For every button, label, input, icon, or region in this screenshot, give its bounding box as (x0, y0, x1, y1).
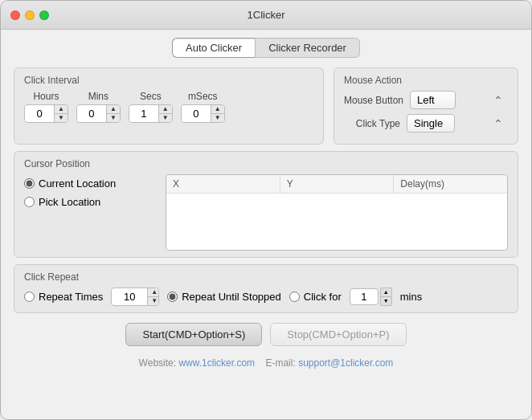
repeat-times-stepper: ▲ ▼ (111, 287, 159, 306)
mins-up-button[interactable]: ▲ (107, 105, 120, 114)
website-label: Website: (139, 357, 176, 369)
repeat-until-stopped-label: Repeat Until Stopped (182, 291, 281, 303)
close-button[interactable] (10, 10, 20, 20)
mouse-action-title: Mouse Action (344, 75, 508, 86)
click-for-stepper-buttons: ▲ ▼ (380, 287, 392, 306)
click-type-label: Click Type (344, 118, 400, 129)
interval-row: Hours ▲ ▼ Mins (24, 91, 313, 123)
col-delay: Delay(ms) (394, 175, 507, 193)
repeat-times-stepper-buttons: ▲ ▼ (147, 288, 159, 305)
secs-label: Secs (140, 91, 162, 102)
tab-clicker-recorder[interactable]: Clicker Recorder (255, 38, 360, 58)
click-for-label: Click for (304, 291, 342, 303)
msecs-down-button[interactable]: ▼ (211, 114, 224, 122)
email-label: E-mail: (265, 357, 295, 369)
secs-stepper-buttons: ▲ ▼ (158, 105, 172, 122)
mins-stepper-buttons: ▲ ▼ (106, 105, 120, 122)
repeat-until-stopped-option[interactable]: Repeat Until Stopped (167, 291, 281, 303)
msecs-stepper-buttons: ▲ ▼ (211, 105, 224, 122)
col-x: X (166, 175, 280, 193)
repeat-until-stopped-radio[interactable] (167, 292, 178, 302)
click-for-input[interactable] (350, 288, 379, 305)
click-for-stepper: ▲ ▼ (350, 287, 392, 306)
action-buttons: Start(CMD+Option+S) Stop(CMD+Option+P) (14, 323, 518, 346)
tab-auto-clicker[interactable]: Auto Clicker (172, 38, 255, 58)
hours-down-button[interactable]: ▼ (55, 114, 68, 122)
cursor-row: Current Location Pick Location X Y Delay… (24, 174, 508, 251)
mins-stepper: ▲ ▼ (76, 104, 121, 123)
mouse-button-select-wrapper: Left Middle Right (410, 91, 508, 109)
click-type-select-wrapper: Single Double (407, 114, 508, 133)
current-location-radio[interactable] (24, 178, 35, 189)
msecs-up-button[interactable]: ▲ (211, 105, 224, 114)
main-content: Auto Clicker Clicker Recorder Click Inte… (1, 30, 531, 419)
minimize-button[interactable] (25, 10, 35, 20)
website-link[interactable]: www.1clicker.com (178, 357, 255, 369)
hours-up-button[interactable]: ▲ (55, 105, 68, 114)
msecs-stepper: ▲ ▼ (181, 104, 225, 123)
click-for-down-button[interactable]: ▼ (380, 296, 392, 306)
app-window: 1Clicker Auto Clicker Clicker Recorder C… (0, 0, 532, 420)
repeat-times-down-button[interactable]: ▼ (148, 297, 159, 305)
click-for-option[interactable]: Click for (289, 291, 342, 303)
repeat-times-up-button[interactable]: ▲ (148, 288, 159, 297)
click-interval-section: Click Interval Hours ▲ ▼ Mins (14, 67, 324, 145)
location-table-header: X Y Delay(ms) (166, 175, 507, 194)
click-interval-title: Click Interval (24, 75, 313, 86)
click-repeat-title: Click Repeat (24, 271, 508, 283)
repeat-times-radio[interactable] (24, 292, 35, 302)
location-table: X Y Delay(ms) (166, 174, 508, 251)
click-type-select[interactable]: Single Double (407, 114, 455, 133)
msecs-input[interactable] (182, 106, 211, 121)
titlebar: 1Clicker (1, 1, 531, 30)
mouse-button-row: Mouse Button Left Middle Right (344, 91, 508, 109)
window-title: 1Clicker (248, 9, 285, 21)
col-y: Y (280, 175, 395, 193)
cursor-options: Current Location Pick Location (24, 174, 153, 208)
msecs-label: mSecs (188, 91, 218, 102)
hours-field: Hours ▲ ▼ (24, 91, 68, 123)
pick-location-label: Pick Location (39, 196, 100, 208)
email-value: support@1clicker.com (298, 357, 393, 369)
stop-button[interactable]: Stop(CMD+Option+P) (270, 323, 406, 346)
repeat-row: Repeat Times ▲ ▼ Repeat Until Stopped Cl… (24, 287, 508, 306)
pick-location-radio[interactable] (24, 197, 35, 207)
location-table-body (166, 194, 507, 250)
msecs-field: mSecs ▲ ▼ (181, 91, 225, 123)
current-location-option[interactable]: Current Location (24, 177, 153, 190)
mouse-button-label: Mouse Button (344, 95, 403, 106)
mouse-button-select[interactable]: Left Middle Right (410, 91, 456, 109)
repeat-times-label: Repeat Times (39, 291, 103, 303)
repeat-times-option[interactable]: Repeat Times (24, 291, 103, 303)
cursor-position-title: Cursor Position (24, 158, 508, 169)
cursor-position-section: Cursor Position Current Location Pick Lo… (14, 151, 518, 258)
click-repeat-section: Click Repeat Repeat Times ▲ ▼ Repeat Unt… (14, 264, 518, 313)
repeat-times-input[interactable] (112, 289, 147, 304)
secs-input[interactable] (129, 106, 158, 121)
pick-location-option[interactable]: Pick Location (24, 196, 153, 208)
mins-label: mins (400, 291, 422, 303)
click-for-up-button[interactable]: ▲ (380, 287, 392, 296)
mouse-action-section: Mouse Action Mouse Button Left Middle Ri… (334, 67, 518, 145)
secs-down-button[interactable]: ▼ (159, 114, 172, 122)
mins-input[interactable] (77, 106, 106, 121)
secs-field: Secs ▲ ▼ (129, 91, 173, 123)
start-button[interactable]: Start(CMD+Option+S) (125, 323, 262, 346)
tabs-row: Auto Clicker Clicker Recorder (14, 38, 518, 58)
hours-label: Hours (33, 91, 59, 102)
footer: Website: www.1clicker.com E-mail: suppor… (14, 357, 518, 375)
secs-stepper: ▲ ▼ (129, 104, 173, 123)
current-location-label: Current Location (39, 177, 116, 190)
hours-stepper: ▲ ▼ (24, 104, 68, 123)
mins-label: Mins (88, 91, 108, 102)
traffic-lights (10, 10, 49, 20)
click-for-radio[interactable] (289, 292, 300, 302)
secs-up-button[interactable]: ▲ (159, 105, 172, 114)
top-sections: Click Interval Hours ▲ ▼ Mins (14, 67, 518, 145)
mins-down-button[interactable]: ▼ (107, 114, 120, 122)
hours-stepper-buttons: ▲ ▼ (54, 105, 68, 122)
hours-input[interactable] (25, 106, 54, 121)
click-type-row: Click Type Single Double (344, 114, 508, 133)
mins-field: Mins ▲ ▼ (76, 91, 121, 123)
maximize-button[interactable] (39, 10, 49, 20)
